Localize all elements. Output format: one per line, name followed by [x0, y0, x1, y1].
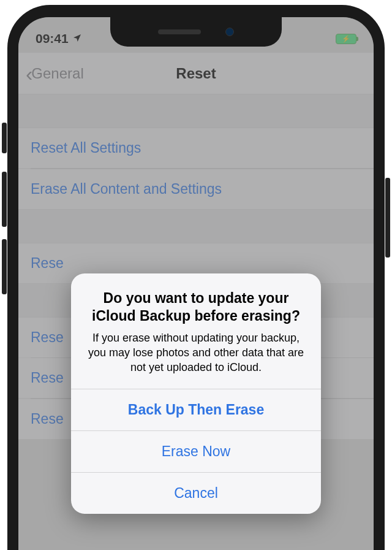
phone-volume-down	[2, 239, 7, 294]
backup-then-erase-button[interactable]: Back Up Then Erase	[71, 389, 321, 430]
alert-dialog: Do you want to update your iCloud Backup…	[71, 273, 321, 514]
alert-title: Do you want to update your iCloud Backup…	[86, 289, 306, 326]
list-gap	[18, 210, 374, 243]
alert-body: Do you want to update your iCloud Backup…	[71, 273, 321, 389]
page-title: Reset	[18, 65, 374, 82]
list-gap	[18, 94, 374, 128]
location-icon	[72, 31, 82, 46]
erase-now-button[interactable]: Erase Now	[71, 430, 321, 472]
phone-frame: 09:41 ⚡ ‹ General Reset Reset All Settin…	[7, 5, 385, 550]
row-erase-all-content[interactable]: Erase All Content and Settings	[18, 169, 374, 210]
phone-mute-switch	[2, 123, 7, 153]
speaker-grille	[158, 29, 201, 34]
front-camera	[225, 28, 234, 36]
nav-bar: ‹ General Reset	[18, 53, 374, 94]
alert-message: If you erase without updating your backu…	[86, 330, 306, 375]
phone-volume-up	[2, 172, 7, 227]
cancel-button[interactable]: Cancel	[71, 472, 321, 514]
phone-power-button	[385, 178, 390, 258]
status-time: 09:41	[36, 31, 69, 46]
row-reset-all-settings[interactable]: Reset All Settings	[18, 128, 374, 168]
screen: 09:41 ⚡ ‹ General Reset Reset All Settin…	[18, 17, 374, 550]
battery-icon: ⚡	[336, 34, 356, 44]
notch	[110, 17, 282, 47]
